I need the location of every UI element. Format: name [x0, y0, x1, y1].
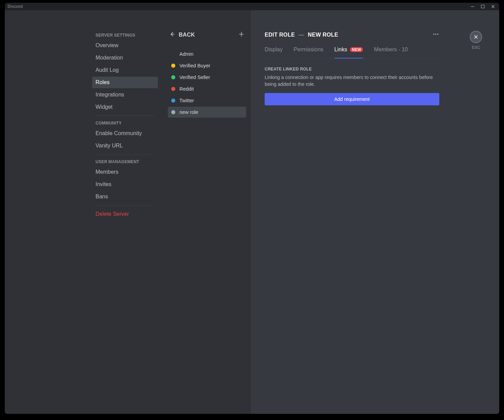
role-item-reddit[interactable]: Reddit: [168, 83, 246, 94]
new-badge: NEW: [350, 47, 363, 52]
nav-invites[interactable]: Invites: [92, 179, 158, 190]
role-label: Reddit: [179, 86, 194, 92]
nav-label: Widget: [96, 104, 113, 110]
nav-widget[interactable]: Widget: [92, 101, 158, 113]
window-title: Discord: [8, 4, 470, 9]
tab-permissions[interactable]: Permissions: [293, 47, 323, 58]
svg-rect-0: [471, 6, 474, 7]
window-titlebar: Discord: [5, 3, 499, 10]
role-label: new role: [179, 109, 198, 115]
settings-sidebar: SERVER SETTINGS Overview Moderation Audi…: [5, 10, 163, 414]
more-options-button[interactable]: [432, 31, 439, 39]
role-color-dot: [171, 75, 175, 79]
role-label: Admin: [179, 51, 193, 57]
nav-bans[interactable]: Bans: [92, 191, 158, 202]
role-item-twitter[interactable]: Twitter: [168, 95, 246, 106]
nav-label: Bans: [96, 194, 108, 199]
tab-label: Members - 10: [374, 47, 408, 53]
nav-audit-log[interactable]: Audit Log: [92, 64, 158, 76]
nav-roles[interactable]: Roles: [92, 77, 158, 88]
tab-label: Links: [335, 47, 347, 53]
linked-role-heading: CREATE LINKED ROLE: [265, 67, 439, 71]
nav-label: Audit Log: [96, 67, 119, 73]
title-prefix: EDIT ROLE: [265, 32, 295, 38]
role-color-dot: [171, 99, 175, 103]
linked-role-description: Linking a connection or app requires mem…: [265, 74, 439, 88]
add-role-button[interactable]: [238, 31, 245, 39]
svg-point-3: [435, 34, 436, 35]
nav-label: Members: [96, 169, 118, 175]
window-maximize-button[interactable]: [481, 4, 485, 9]
divider: [96, 205, 154, 206]
role-label: Verified Buyer: [179, 63, 210, 68]
arrow-left-icon: [169, 31, 175, 39]
back-label: BACK: [179, 32, 195, 38]
title-separator: —: [299, 32, 304, 38]
nav-integrations[interactable]: Integrations: [92, 89, 158, 101]
plus-icon: [238, 31, 245, 39]
nav-label: Moderation: [96, 55, 123, 61]
add-requirement-button[interactable]: Add requirement: [265, 93, 439, 105]
role-color-dot: [171, 52, 175, 56]
section-header-user-management: USER MANAGEMENT: [92, 157, 158, 166]
role-editor-tabs: Display Permissions Links NEW Members - …: [265, 47, 439, 58]
section-header-server-settings: SERVER SETTINGS: [92, 31, 158, 40]
svg-point-2: [433, 34, 434, 35]
close-icon: [470, 31, 482, 43]
window-minimize-button[interactable]: [470, 4, 475, 9]
tab-members[interactable]: Members - 10: [374, 47, 408, 58]
back-button[interactable]: BACK: [169, 31, 195, 39]
window-close-button[interactable]: [491, 4, 495, 9]
title-role-name: NEW ROLE: [308, 32, 338, 38]
role-item-admin[interactable]: Admin: [168, 49, 246, 60]
nav-delete-server[interactable]: Delete Server: [92, 208, 158, 220]
role-color-dot: [171, 64, 175, 68]
page-title: EDIT ROLE — NEW ROLE: [265, 32, 338, 38]
nav-enable-community[interactable]: Enable Community: [92, 128, 158, 139]
nav-label: Roles: [96, 79, 110, 85]
ellipsis-icon: [432, 33, 439, 39]
tab-label: Permissions: [293, 47, 323, 53]
tab-display[interactable]: Display: [265, 47, 282, 58]
nav-label: Enable Community: [96, 130, 142, 136]
nav-label: Integrations: [96, 92, 124, 97]
nav-moderation[interactable]: Moderation: [92, 52, 158, 64]
svg-rect-1: [481, 5, 484, 8]
role-editor-panel: EDIT ROLE — NEW ROLE Display Permissions: [251, 10, 499, 414]
nav-label: Delete Server: [96, 211, 129, 217]
close-settings-button[interactable]: ESC: [470, 31, 482, 50]
esc-label: ESC: [472, 45, 480, 50]
roles-list-panel: BACK Admin Verified Buyer Verified Selle…: [163, 10, 251, 414]
divider: [96, 116, 154, 116]
role-label: Twitter: [179, 98, 194, 103]
role-color-dot: [171, 87, 175, 91]
role-item-new-role[interactable]: new role: [168, 107, 246, 118]
nav-label: Vanity URL: [96, 143, 123, 148]
nav-members[interactable]: Members: [92, 166, 158, 178]
nav-vanity-url[interactable]: Vanity URL: [92, 140, 158, 152]
section-header-community: COMMUNITY: [92, 119, 158, 128]
svg-point-4: [437, 34, 438, 35]
role-label: Verified Seller: [179, 75, 210, 80]
role-item-verified-buyer[interactable]: Verified Buyer: [168, 60, 246, 71]
nav-label: Invites: [96, 181, 111, 187]
role-color-dot: [171, 110, 175, 114]
role-item-verified-seller[interactable]: Verified Seller: [168, 72, 246, 83]
nav-overview[interactable]: Overview: [92, 40, 158, 51]
tab-label: Display: [265, 47, 282, 53]
nav-label: Overview: [96, 42, 118, 48]
tab-links[interactable]: Links NEW: [335, 47, 363, 58]
divider: [96, 154, 154, 155]
